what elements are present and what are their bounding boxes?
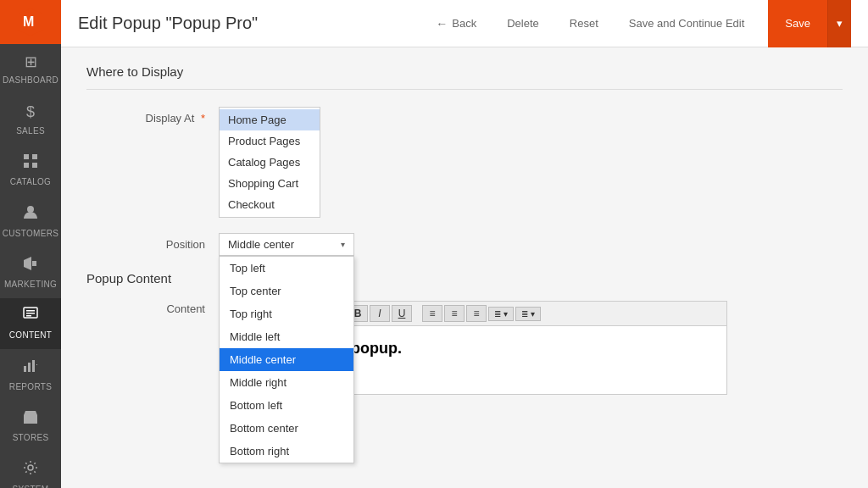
display-at-row: Display At * Home Page Product Pages Cat… bbox=[86, 107, 843, 218]
sidebar-item-stores[interactable]: STORES bbox=[0, 401, 61, 452]
listbox-option-product[interactable]: Product Pages bbox=[220, 130, 320, 152]
customers-icon bbox=[23, 204, 38, 225]
marketing-icon bbox=[23, 256, 38, 276]
reports-icon bbox=[23, 358, 38, 378]
rte-align-right-button[interactable]: ≡ bbox=[466, 305, 487, 322]
content-row: Content 🔗 ⊞ Ω 🖼 {} B I U bbox=[86, 297, 843, 395]
svg-rect-18 bbox=[28, 418, 33, 424]
sidebar-item-label: CONTENT bbox=[9, 330, 52, 341]
sidebar-item-label: MARKETING bbox=[4, 279, 57, 290]
position-option-top-right[interactable]: Top right bbox=[220, 302, 353, 325]
position-dropdown-trigger[interactable]: Middle center ▾ bbox=[219, 233, 354, 256]
section-title-where-to-display: Where to Display bbox=[86, 64, 843, 79]
back-arrow-icon: ← bbox=[436, 17, 448, 30]
sidebar-item-label: SALES bbox=[16, 125, 45, 136]
rte-underline-button[interactable]: U bbox=[392, 305, 412, 322]
position-option-top-left[interactable]: Top left bbox=[220, 257, 353, 280]
position-option-bottom-left[interactable]: Bottom left bbox=[220, 394, 353, 417]
svg-rect-11 bbox=[26, 313, 35, 314]
page-content: Where to Display Display At * Home Page … bbox=[61, 47, 868, 488]
sidebar-item-system[interactable]: SYSTEM bbox=[0, 452, 61, 488]
sidebar-item-label: CATALOG bbox=[10, 176, 51, 187]
position-option-middle-right[interactable]: Middle right bbox=[220, 371, 353, 394]
position-option-bottom-right[interactable]: Bottom right bbox=[220, 440, 353, 463]
system-icon bbox=[23, 460, 38, 480]
required-indicator: * bbox=[201, 112, 205, 125]
popup-content-section: Popup Content Content 🔗 ⊞ Ω 🖼 {} B bbox=[86, 271, 843, 395]
main-area: Edit Popup "Popup Pro" ← Back Delete Res… bbox=[61, 0, 868, 488]
chevron-down-icon: ▾ bbox=[341, 240, 345, 249]
stores-icon bbox=[23, 409, 38, 430]
position-current-value: Middle center bbox=[228, 238, 294, 251]
sidebar-item-catalog[interactable]: CATALOG bbox=[0, 145, 61, 196]
display-at-listbox[interactable]: Home Page Product Pages Catalog Pages Sh… bbox=[219, 107, 320, 218]
sidebar-item-label: DASHBOARD bbox=[3, 75, 58, 86]
rte-italic-button[interactable]: I bbox=[370, 305, 390, 322]
listbox-option-catalog[interactable]: Catalog Pages bbox=[220, 152, 320, 173]
rte-list-button[interactable]: ≣ ▾ bbox=[488, 307, 514, 321]
page-title: Edit Popup "Popup Pro" bbox=[78, 14, 258, 33]
save-button[interactable]: Save bbox=[768, 0, 827, 47]
reset-button[interactable]: Reset bbox=[563, 14, 605, 33]
listbox-option-home[interactable]: Home Page bbox=[220, 109, 320, 130]
svg-rect-10 bbox=[26, 310, 35, 312]
display-at-control: Home Page Product Pages Catalog Pages Sh… bbox=[219, 107, 643, 218]
listbox-option-cart[interactable]: Shopping Cart bbox=[220, 173, 320, 194]
chevron-down-icon: ▾ bbox=[837, 17, 843, 30]
svg-rect-16 bbox=[36, 364, 37, 365]
content-label: Content bbox=[86, 297, 205, 315]
where-to-display-section: Where to Display Display At * Home Page … bbox=[86, 64, 843, 256]
position-option-bottom-center[interactable]: Bottom center bbox=[220, 417, 353, 440]
save-dropdown-arrow[interactable]: ▾ bbox=[827, 0, 851, 47]
position-control: Middle center ▾ Top left Top center Top … bbox=[219, 233, 643, 256]
position-option-middle-center[interactable]: Middle center bbox=[220, 348, 353, 371]
sidebar: M ⊞ DASHBOARD $ SALES CATALOG CUSTOMERS bbox=[0, 0, 61, 488]
sidebar-logo: M bbox=[0, 0, 61, 44]
svg-point-19 bbox=[28, 465, 33, 470]
sales-icon: $ bbox=[26, 103, 35, 122]
rte-list2-button[interactable]: ≣ ▾ bbox=[515, 307, 541, 321]
delete-button[interactable]: Delete bbox=[500, 14, 546, 33]
sidebar-item-customers[interactable]: CUSTOMERS bbox=[0, 196, 61, 247]
sidebar-item-label: CUSTOMERS bbox=[3, 228, 58, 239]
page-header: Edit Popup "Popup Pro" ← Back Delete Res… bbox=[61, 0, 868, 47]
sidebar-item-sales[interactable]: $ SALES bbox=[0, 94, 61, 144]
svg-rect-8 bbox=[32, 261, 36, 266]
position-option-top-center[interactable]: Top center bbox=[220, 280, 353, 302]
position-dropdown-container: Middle center ▾ Top left Top center Top … bbox=[219, 233, 354, 256]
svg-text:M: M bbox=[23, 14, 34, 29]
back-button[interactable]: ← Back bbox=[429, 14, 483, 34]
svg-rect-13 bbox=[24, 366, 26, 372]
sidebar-item-label: REPORTS bbox=[9, 381, 52, 392]
save-continue-button[interactable]: Save and Continue Edit bbox=[622, 14, 752, 33]
listbox-option-checkout[interactable]: Checkout bbox=[220, 194, 320, 215]
rte-align-center-button[interactable]: ≡ bbox=[444, 305, 465, 322]
svg-rect-4 bbox=[24, 163, 29, 168]
svg-rect-5 bbox=[32, 163, 37, 168]
content-icon bbox=[23, 307, 38, 327]
save-button-group: Save ▾ bbox=[768, 0, 851, 47]
svg-rect-14 bbox=[28, 363, 31, 372]
position-row: Position Middle center ▾ Top left Top ce… bbox=[86, 233, 843, 256]
popup-content-title: Popup Content bbox=[86, 271, 843, 286]
section-divider bbox=[86, 89, 843, 90]
position-dropdown-menu[interactable]: Top left Top center Top right Middle lef… bbox=[219, 256, 354, 463]
dashboard-icon: ⊞ bbox=[25, 53, 37, 72]
sidebar-item-dashboard[interactable]: ⊞ DASHBOARD bbox=[0, 44, 61, 94]
sidebar-item-content[interactable]: CONTENT bbox=[0, 298, 61, 349]
position-option-middle-left[interactable]: Middle left bbox=[220, 325, 353, 348]
svg-rect-2 bbox=[24, 154, 29, 159]
svg-rect-15 bbox=[32, 360, 35, 372]
catalog-icon bbox=[23, 153, 38, 174]
sidebar-item-marketing[interactable]: MARKETING bbox=[0, 247, 61, 298]
position-label: Position bbox=[86, 233, 205, 251]
rte-align-left-button[interactable]: ≡ bbox=[422, 305, 442, 322]
svg-point-6 bbox=[27, 206, 34, 213]
svg-rect-12 bbox=[26, 315, 31, 317]
svg-marker-7 bbox=[24, 257, 31, 270]
svg-rect-3 bbox=[32, 154, 37, 159]
sidebar-item-reports[interactable]: REPORTS bbox=[0, 349, 61, 400]
display-at-label: Display At * bbox=[86, 107, 205, 125]
sidebar-item-label: STORES bbox=[13, 432, 49, 443]
sidebar-item-label: SYSTEM bbox=[13, 484, 49, 488]
